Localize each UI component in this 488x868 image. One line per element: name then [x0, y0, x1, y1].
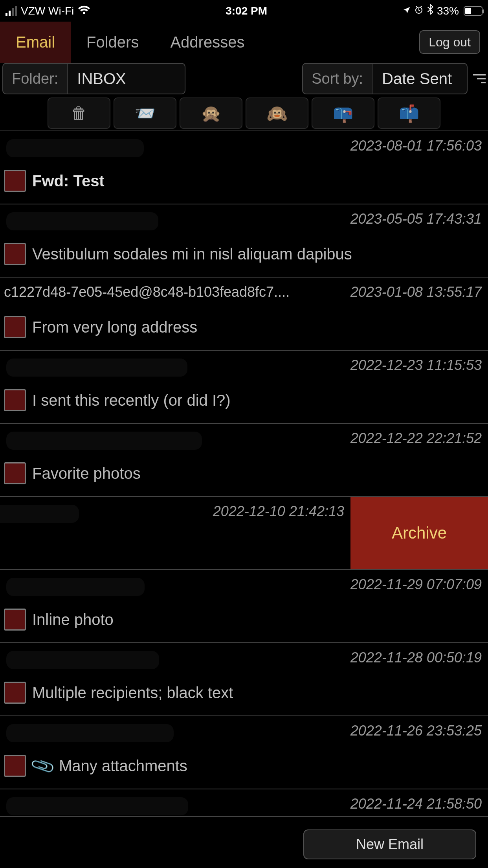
- email-sender: [4, 574, 346, 576]
- email-list[interactable]: 2023-08-01 17:56:03Fwd: Test2023-05-05 1…: [0, 131, 488, 817]
- email-subject: Fwd: Test: [32, 172, 105, 190]
- wifi-icon: [78, 4, 90, 18]
- tab-email[interactable]: Email: [0, 22, 71, 63]
- email-checkbox[interactable]: [4, 682, 26, 704]
- trash-icon: 🗑: [71, 104, 87, 123]
- email-timestamp: 2022-11-24 21:58:50: [346, 793, 482, 812]
- new-email-button[interactable]: New Email: [303, 829, 476, 859]
- email-row[interactable]: c1227d48-7e05-45ed@8c48-b103fead8fc7....…: [0, 277, 488, 350]
- email-subject: Multiple recipients; black text: [32, 684, 233, 702]
- email-timestamp: 2023-05-05 17:43:31: [346, 208, 482, 227]
- email-sender: [0, 501, 208, 503]
- bluetooth-icon: [427, 4, 434, 17]
- redacted-sender: [6, 797, 188, 815]
- email-subject: Inline photo: [32, 611, 114, 629]
- archive-button[interactable]: 📪: [312, 97, 374, 129]
- email-timestamp: 2023-08-01 17:56:03: [346, 135, 482, 154]
- email-timestamp: 2022-12-10 21:42:13: [208, 501, 344, 520]
- swipe-archive-button[interactable]: Archive: [350, 497, 488, 569]
- status-bar: VZW Wi-Fi 3:02 PM 33%: [0, 0, 488, 22]
- email-checkbox[interactable]: [4, 609, 26, 631]
- email-sender: [4, 208, 346, 211]
- folder-select[interactable]: INBOX: [68, 63, 185, 94]
- sort-direction-icon[interactable]: [468, 63, 486, 94]
- redacted-sender: [6, 432, 202, 450]
- redacted-sender: [6, 724, 174, 742]
- tab-addresses[interactable]: Addresses: [154, 22, 260, 63]
- email-sender: [4, 647, 346, 649]
- email-checkbox[interactable]: [4, 462, 26, 484]
- tab-folders[interactable]: Folders: [71, 22, 154, 63]
- email-row[interactable]: 2023-05-05 17:43:31Vestibulum sodales mi…: [0, 204, 488, 277]
- email-row[interactable]: 2022-11-28 00:50:19Multiple recipients; …: [0, 642, 488, 715]
- redacted-sender: [6, 139, 144, 157]
- monkey-hear-icon: 🙉: [267, 104, 287, 123]
- mailbox-open-icon: 📫: [399, 104, 419, 123]
- redacted-sender: [6, 212, 158, 230]
- mark-read-button[interactable]: 📨: [114, 97, 176, 129]
- email-checkbox[interactable]: [4, 316, 26, 338]
- email-sender: c1227d48-7e05-45ed@8c48-b103fead8fc7....: [4, 281, 346, 300]
- redacted-sender: [6, 651, 159, 669]
- attachment-icon: 📎: [29, 752, 56, 779]
- email-checkbox[interactable]: [4, 170, 26, 192]
- unarchive-button[interactable]: 📫: [378, 97, 440, 129]
- email-sender: [4, 135, 346, 138]
- email-sender: [4, 720, 346, 723]
- email-timestamp: 2022-12-22 22:21:52: [346, 428, 482, 447]
- redacted-sender: [6, 578, 145, 596]
- carrier-label: VZW Wi-Fi: [21, 5, 74, 17]
- not-spam-button[interactable]: 🙉: [246, 97, 308, 129]
- email-subject: Favorite photos: [32, 465, 141, 482]
- mailbox-closed-icon: 📪: [333, 104, 353, 123]
- sort-label: Sort by:: [302, 63, 372, 94]
- redacted-sender: [6, 359, 187, 377]
- email-timestamp: 2022-11-28 00:50:19: [346, 647, 482, 666]
- email-checkbox[interactable]: [4, 389, 26, 411]
- battery-pct: 33%: [437, 5, 459, 17]
- logout-button[interactable]: Log out: [419, 30, 480, 54]
- delete-button[interactable]: 🗑: [48, 97, 110, 129]
- email-sender: [4, 355, 346, 357]
- sort-select[interactable]: Date Sent: [372, 63, 468, 94]
- email-timestamp: 2022-11-26 23:53:25: [346, 720, 482, 739]
- email-checkbox[interactable]: [4, 243, 26, 265]
- email-row[interactable]: 2023-08-01 17:56:03Fwd: Test: [0, 131, 488, 204]
- email-checkbox[interactable]: [4, 755, 26, 777]
- email-subject: From very long address: [32, 318, 197, 336]
- email-row[interactable]: 2022-12-10 21:42:13nagesArchive: [0, 496, 488, 569]
- email-sender: [4, 428, 346, 430]
- bulk-action-bar: 🗑 📨 🙊 🙉 📪 📫: [0, 94, 488, 131]
- tab-bar: Email Folders Addresses Log out: [0, 22, 488, 63]
- monkey-speak-icon: 🙊: [201, 104, 221, 123]
- spam-button[interactable]: 🙊: [180, 97, 242, 129]
- email-subject: Vestibulum sodales mi in nisl aliquam da…: [32, 245, 352, 263]
- location-icon: [402, 5, 411, 17]
- email-row[interactable]: 2022-11-24 21:58:50: [0, 789, 488, 817]
- list-controls: Folder: INBOX Sort by: Date Sent: [0, 63, 488, 94]
- email-timestamp: 2022-12-23 11:15:53: [346, 355, 482, 373]
- envelope-icon: 📨: [135, 104, 155, 123]
- email-subject: Many attachments: [59, 757, 187, 775]
- email-row[interactable]: 2022-11-26 23:53:25📎Many attachments: [0, 715, 488, 789]
- email-row[interactable]: 2022-12-22 22:21:52Favorite photos: [0, 423, 488, 496]
- clock: 3:02 PM: [90, 5, 402, 17]
- email-row[interactable]: 2022-11-29 07:07:09Inline photo: [0, 569, 488, 642]
- alarm-icon: [414, 5, 424, 17]
- email-row[interactable]: 2022-12-23 11:15:53I sent this recently …: [0, 350, 488, 423]
- redacted-sender: [0, 505, 79, 523]
- email-timestamp: 2023-01-08 13:55:17: [346, 281, 482, 300]
- folder-label: Folder:: [2, 63, 68, 94]
- battery-icon: [464, 6, 482, 16]
- email-subject: I sent this recently (or did I?): [32, 392, 231, 409]
- email-timestamp: 2022-11-29 07:07:09: [346, 574, 482, 593]
- cell-signal-icon: [6, 6, 17, 16]
- email-sender: [4, 793, 346, 796]
